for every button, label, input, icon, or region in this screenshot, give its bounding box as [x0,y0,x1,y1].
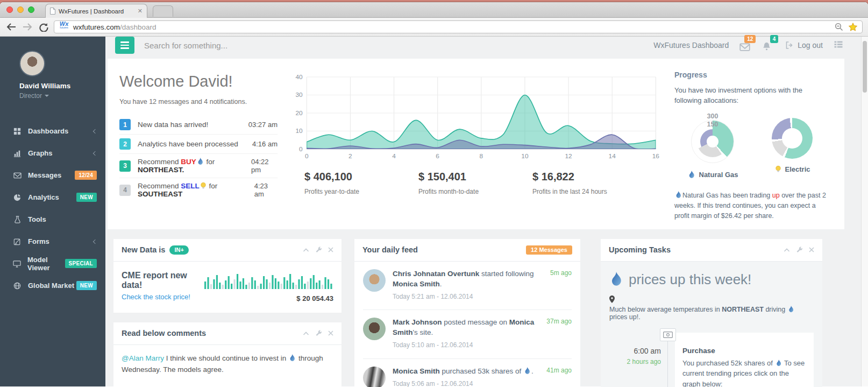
notification-number-badge: 2 [119,138,131,150]
notifications-menu-button[interactable]: 4 [762,39,774,51]
envelope-icon [739,43,750,51]
sidebar-item-dashboards[interactable]: Dashboards [0,120,105,142]
analytics-badge: NEW [76,193,97,202]
avatar[interactable] [363,367,386,387]
close-icon[interactable] [328,247,333,252]
desktop-icon [13,260,21,268]
notification-row[interactable]: 1 New data has arrived! 03:27 am [119,115,278,134]
notification-row[interactable]: 4 Recommend SELL for SOUTHEAST 4:23 am [119,178,278,202]
svg-text:0: 0 [299,146,303,152]
task-time: 6:00 am [609,347,661,355]
notification-number-badge: 3 [119,160,131,172]
reload-button[interactable] [38,21,49,33]
zoom-window-button[interactable] [28,6,34,13]
close-icon[interactable] [328,330,333,336]
layout-menu-button[interactable] [834,40,843,51]
dashboard-brand: WxFutures Dashboard [653,41,729,50]
new-tab-button[interactable] [153,5,173,17]
electric-allocation-chart[interactable]: Electric [757,114,827,179]
feed-item[interactable]: Chris Johnatan Overtunk started followin… [363,262,572,310]
sidebar-item-forms[interactable]: Forms [0,230,105,252]
forward-button[interactable] [22,21,33,33]
back-button[interactable] [5,21,17,33]
feed-time-ago: 5m ago [550,269,572,301]
chevron-left-icon [93,239,97,243]
url-text: wxfutures.com/dashboard [73,23,156,31]
svg-text:10: 10 [521,153,528,159]
notification-row[interactable]: 3 Recommend BUY for NORTHEAST. 04:22 pm [119,153,278,178]
svg-text:12: 12 [565,153,572,159]
new-data-title: New Data is [122,245,165,254]
scrollbar-thumb[interactable] [863,41,867,93]
collapse-chevron-up-icon[interactable] [784,248,790,252]
notification-list: 1 New data has arrived! 03:27 am 2 Analy… [119,115,278,202]
minimize-window-button[interactable] [17,6,24,13]
svg-text:6: 6 [436,153,439,159]
natural-gas-allocation-chart[interactable]: 300 150 Natural Gas [678,114,748,179]
dashboard-overview-panel: Welcome David! You have 12 messages and … [108,59,844,229]
cme-headline: CME report new data! [122,271,202,290]
wrench-icon[interactable] [315,247,322,254]
avatar[interactable] [363,318,386,340]
messages-menu-button[interactable]: 12 [739,39,751,51]
pie-chart-icon [13,194,22,201]
svg-text:10: 10 [295,128,302,135]
sidebar-item-global-market[interactable]: Global Market NEW [0,275,105,297]
notification-number-badge: 1 [119,119,131,130]
gas-value-300: 300 [690,112,735,121]
bar-chart-icon [13,150,22,157]
map-pin-icon [609,295,615,303]
sidebar-item-graphs[interactable]: Graphs [0,142,105,164]
gas-flame-icon [197,158,203,165]
wrench-icon[interactable] [796,247,803,254]
browser-tab-strip: WxFutures | Dashboard ✕ [0,2,868,18]
avatar[interactable] [363,269,386,292]
mention-link[interactable]: @Alan Marry [122,354,164,362]
user-avatar[interactable] [19,51,45,76]
in-badge: IN+ [169,245,188,255]
feed-item[interactable]: Mark Johnson posted message on Monica Sm… [363,309,572,358]
task-item-purchase[interactable]: 6:00 am 2 hours ago Purchase You purchas… [609,333,814,387]
stock-price-link[interactable]: Check the stock price! [122,293,202,301]
tab-title: WxFutures | Dashboard [59,8,134,15]
sidebar-item-messages[interactable]: Messages 12/24 [0,164,105,186]
sidebar-item-tools[interactable]: Tools [0,208,105,230]
profits-area-chart[interactable]: 0102030400246810121416 [290,72,660,163]
notification-row[interactable]: 2 Analytics have been processed 4:16 am [119,134,278,153]
stock-bars-sparkline[interactable] [204,271,333,290]
page-scrollbar[interactable] [861,37,868,386]
stock-price-value: $ 20 054.43 [202,294,333,302]
sidebar: David Williams Director Dashboards Graph… [0,37,105,386]
browser-window: WxFutures | Dashboard ✕ Wx futures wxfut… [0,2,868,387]
globe-icon [13,282,22,290]
bookmark-star-icon[interactable] [848,23,858,32]
svg-text:20: 20 [295,110,302,116]
url-bar[interactable]: Wx futures wxfutures.com/dashboard [54,20,863,33]
logout-button[interactable]: Log out [785,41,823,50]
sidebar-item-analytics[interactable]: Analytics NEW [0,186,105,208]
tab-close-icon[interactable]: ✕ [138,8,143,15]
collapse-chevron-up-icon[interactable] [303,248,309,252]
sidebar-item-model-viewer[interactable]: Model Viewer SPECIAL [0,252,105,275]
model-viewer-badge: SPECIAL [65,259,97,268]
envelope-icon [13,172,22,179]
close-icon[interactable] [809,247,814,252]
user-role-dropdown[interactable]: Director [19,92,105,100]
browser-tab[interactable]: WxFutures | Dashboard ✕ [45,4,147,18]
pencil-square-icon [13,238,22,245]
feed-item[interactable]: Monica Smith purchased 53k shares of . T… [363,358,572,387]
daily-feed-panel: Your daily feed 12 Messages Chris Johnat… [354,239,580,387]
stat-mtd: $ 150,401 Profits month-to-date [418,171,532,195]
bell-icon [762,41,771,51]
new-data-panel: New Data isIN+ CME report new data! [113,239,341,313]
wrench-icon[interactable] [315,330,322,337]
search-input[interactable] [144,41,316,50]
zoom-out-icon[interactable] [835,23,844,32]
collapse-chevron-up-icon[interactable] [303,331,309,336]
sidebar-toggle-button[interactable] [115,37,134,54]
task-heading: Purchase [682,347,806,355]
svg-text:8: 8 [480,153,483,159]
close-window-button[interactable] [6,6,13,13]
sign-out-icon [785,41,794,50]
svg-text:40: 40 [295,74,302,80]
